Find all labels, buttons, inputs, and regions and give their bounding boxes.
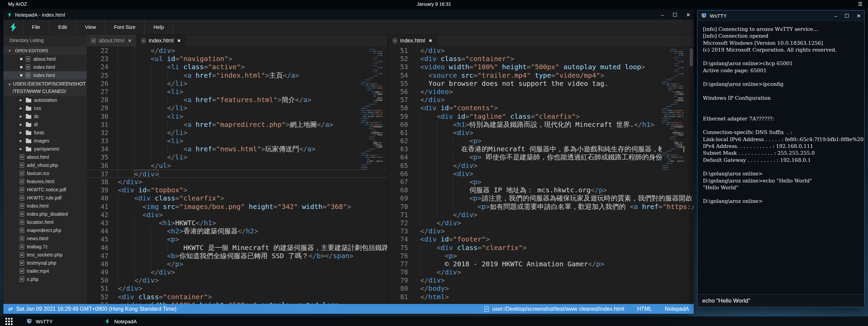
close-icon[interactable]: ✖ <box>177 38 181 43</box>
sidebar-file-item[interactable]: index.php_disabled <box>3 210 87 218</box>
taskbar-item-wstty[interactable]: WsTTY <box>21 317 58 326</box>
terminal-output[interactable]: [info] Conencting to arozos WsTTY servic… <box>697 21 864 294</box>
minimize-button[interactable]: – <box>661 12 664 17</box>
close-icon[interactable]: ✖ <box>20 73 23 78</box>
open-editor-item[interactable]: ✖index.html <box>3 71 87 79</box>
wstty-titlebar[interactable]: WsTTY – ☐ ✕ <box>697 11 864 21</box>
file-icon <box>20 236 24 241</box>
maximize-button[interactable]: ☐ <box>845 13 849 18</box>
system-menu-title[interactable]: My ArOZ <box>8 1 27 7</box>
sidebar-file-item[interactable]: test_sockets.php <box>3 251 87 259</box>
open-editors-header[interactable]: ▼ OPEN EDITORS <box>3 46 87 55</box>
line-number: 53 <box>388 63 420 71</box>
line-number: 31 <box>87 120 118 129</box>
menu-item-file[interactable]: File <box>23 20 49 34</box>
line-number: 44 <box>87 227 118 235</box>
line-number: 57 <box>388 96 420 104</box>
sidebar-file-item[interactable]: testmysql.php <box>3 259 87 267</box>
wstty-window: WsTTY – ☐ ✕ [info] Conencting to arozos … <box>697 10 865 307</box>
file-icon <box>20 276 24 282</box>
line-number: 43 <box>87 219 118 227</box>
code-line: 77 © 2018 - 2019 HKWTC Animation Gamer</… <box>388 260 694 268</box>
file-icon <box>20 179 24 184</box>
code-line: 42 <div> <box>87 211 387 219</box>
file-icon <box>20 211 24 217</box>
editor-tab-index.html[interactable]: index.html✖ <box>137 35 186 46</box>
close-icon[interactable]: ✖ <box>20 65 23 70</box>
sidebar-folder-item[interactable]: ▶images <box>3 137 87 145</box>
close-icon[interactable]: ✖ <box>128 38 131 43</box>
code-editor-right[interactable]: 51</div>52<div class="container">53<vide… <box>388 46 694 304</box>
code-line: 69 <p>請注意，我們的伺服器為確保玩家及遊玩時的質素，我們對的服器開啟 <box>388 194 694 202</box>
close-button[interactable]: ✕ <box>686 12 690 17</box>
menu-item-font-size[interactable]: Font Size <box>105 20 144 34</box>
workspace-header[interactable]: ▼ USER:/DESKTOP/SCREENSHOT /TEST/WWW CLE… <box>3 79 87 96</box>
taskbar-item-notepada[interactable]: NotepadA <box>99 317 142 326</box>
terminal-line <box>703 101 864 108</box>
terminal-line <box>703 109 864 115</box>
editor-scrollbar[interactable] <box>689 46 694 304</box>
minimap-left[interactable]: </div> <ul id="navigation"> <li class="a… <box>361 48 383 170</box>
sidebar-file-item[interactable]: add_vhost.php <box>3 161 87 169</box>
file-icon <box>20 162 24 168</box>
file-icon <box>92 38 96 43</box>
sidebar-file-item[interactable]: location.html <box>3 218 87 226</box>
close-icon[interactable]: ✖ <box>429 38 432 43</box>
sidebar-file-item[interactable]: trailer.mp4 <box>3 267 87 275</box>
sidebar-file-item[interactable]: HKWTC rule.pdf <box>3 194 87 202</box>
sidebar-folder-item[interactable]: ▶fonts <box>3 129 87 137</box>
close-button[interactable]: ✕ <box>856 13 861 18</box>
sidebar-file-item[interactable]: mapredirect.php <box>3 226 87 234</box>
sidebar-file-item[interactable]: x.php <box>3 275 87 283</box>
code-editor-left[interactable]: 22 </div>23 <ul id="navigation">24 <li c… <box>87 46 387 304</box>
statusbar-language[interactable]: HTML <box>637 306 652 312</box>
menu-item-edit[interactable]: Edit <box>49 20 76 34</box>
close-icon[interactable]: ✖ <box>20 57 23 61</box>
code-line: 54 <source src="trailer.mp4" type="video… <box>388 71 694 79</box>
start-button[interactable] <box>5 318 13 325</box>
open-editor-item[interactable]: ✖index.html <box>3 63 87 71</box>
sidebar-folder-item[interactable]: ▶dl <box>3 120 87 129</box>
maximize-button[interactable]: ☐ <box>673 12 677 17</box>
line-number: 77 <box>388 260 420 268</box>
line-number: 26 <box>87 79 118 88</box>
minimize-button[interactable]: – <box>834 13 837 18</box>
code-line: 43 <h1>HKWTC</h1> <box>87 219 387 227</box>
hamburger-menu-icon[interactable]: ☰ <box>858 1 863 7</box>
sidebar-file-item[interactable]: teabag.7z <box>3 243 87 251</box>
code-line: 66 <div> <box>388 170 694 178</box>
sidebar-file-item[interactable]: news.html <box>3 234 87 243</box>
sidebar-file-item[interactable]: features.html <box>3 177 87 186</box>
terminal-input[interactable]: echo "Hello World" <box>697 294 864 307</box>
editor-tab-about.html[interactable]: about.html✖ <box>87 35 137 46</box>
sidebar-file-item[interactable]: index.html <box>3 202 87 210</box>
scrollbar-thumb[interactable] <box>690 49 693 66</box>
sidebar-file-item[interactable]: about.html <box>3 153 87 161</box>
terminal-line <box>703 122 864 129</box>
notepada-titlebar[interactable]: NotepadA - index.html – ☐ ✕ <box>3 9 694 20</box>
terminal-line: D:\golang\aroz online>ipconfig <box>703 81 864 88</box>
open-editor-item[interactable]: ✖about.html <box>3 55 87 63</box>
menu-item-view[interactable]: View <box>76 20 105 34</box>
sidebar-folder-item[interactable]: ▶css <box>3 104 87 112</box>
sidebar-file-item[interactable]: HKWTC notice.pdf <box>3 186 87 194</box>
line-number: 29 <box>87 104 118 112</box>
code-line: 29 </li> <box>87 104 387 112</box>
line-number: 72 <box>388 219 420 227</box>
terminal-line: Subnet Mask . . . . . . . . . . . : 255.… <box>703 150 864 156</box>
sidebar-folder-item[interactable]: ▶yamiyamimi <box>3 145 87 153</box>
editor-tab-index.html[interactable]: index.html✖ <box>388 35 437 46</box>
code-line: 36 </ul> <box>87 161 387 170</box>
sidebar-file-item[interactable]: favicon.ico <box>3 169 87 177</box>
line-number: 51 <box>388 46 420 55</box>
sidebar-folder-item[interactable]: ▶dc <box>3 112 87 120</box>
line-number: 30 <box>87 112 118 120</box>
code-line: 24 <li class="active"> <box>87 63 387 71</box>
line-number: 78 <box>388 268 420 276</box>
code-line: 76 <p> <box>388 252 694 260</box>
minimap-right[interactable]: </div> <ul id="navigation"> <li class="a… <box>662 48 684 170</box>
sidebar-folder-item[interactable]: ▶autostation <box>3 96 87 104</box>
menu-item-help[interactable]: Help <box>145 20 173 34</box>
line-number: 36 <box>87 161 118 170</box>
line-number: 79 <box>388 276 420 284</box>
